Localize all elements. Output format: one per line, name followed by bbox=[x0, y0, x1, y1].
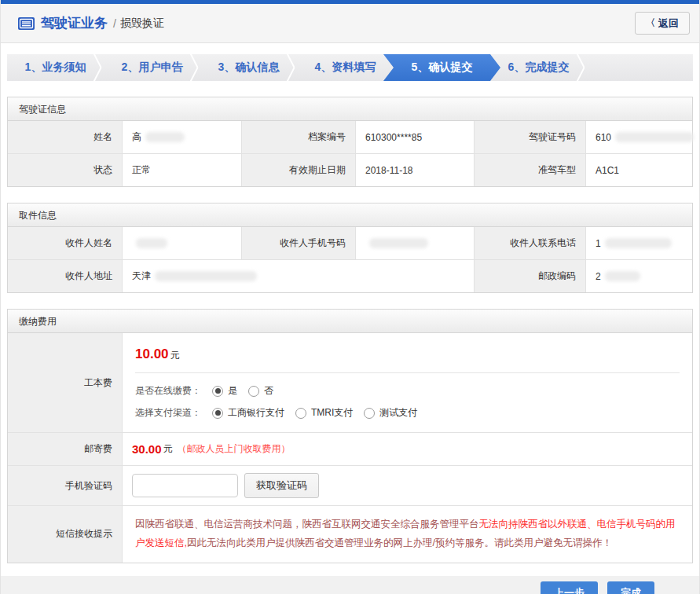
radio-online-yes-label: 是 bbox=[228, 384, 237, 398]
recipient-phone-label: 收件人联系电话 bbox=[474, 227, 586, 259]
redaction-blur bbox=[605, 238, 672, 248]
license-panel-title: 驾驶证信息 bbox=[8, 97, 692, 121]
step-separator-icon bbox=[284, 54, 295, 81]
page: 驾驶证业务 / 损毁换证 〈 返回 1、业务须知 2、用户申告 3、确认信息 4… bbox=[0, 0, 700, 594]
recipient-name-label: 收件人姓名 bbox=[8, 227, 123, 259]
vehicle-class-value: A1C1 bbox=[586, 154, 692, 186]
recipient-address-value: 天津 bbox=[123, 260, 474, 292]
get-code-button[interactable]: 获取验证码 bbox=[244, 473, 319, 498]
payment-panel-title: 缴纳费用 bbox=[8, 310, 692, 333]
card-fee-amount: 10.00元 bbox=[135, 343, 680, 372]
redaction-blur bbox=[615, 132, 694, 142]
mail-fee-price: 30.00 bbox=[132, 442, 162, 456]
table-row: 收件人姓名 收件人手机号码 收件人联系电话 1 bbox=[8, 227, 692, 259]
step-4-label: 4、资料填写 bbox=[315, 60, 376, 75]
step-4[interactable]: 4、资料填写 bbox=[297, 54, 394, 81]
radio-online-no-label: 否 bbox=[264, 384, 273, 398]
table-row: 收件人地址 天津 邮政编码 2 bbox=[8, 259, 692, 292]
license-info-panel: 驾驶证信息 姓名 高 档案编号 610300****85 驾驶证号码 610 状… bbox=[7, 97, 693, 187]
mail-fee-note: （邮政人员上门收取费用） bbox=[178, 442, 291, 456]
captcha-label: 手机验证码 bbox=[8, 466, 123, 505]
mail-fee-unit: 元 bbox=[163, 442, 173, 456]
previous-step-button[interactable]: 上一步 bbox=[541, 581, 598, 594]
card-fee-row: 工本费 10.00元 是否在线缴费： 是 否 选择支付渠道： 工商银行支付 bbox=[8, 333, 692, 432]
name-label: 姓名 bbox=[8, 121, 123, 153]
finish-button[interactable]: 完成 bbox=[607, 581, 654, 594]
mail-fee-content: 30.00元 （邮政人员上门收取费用） bbox=[123, 433, 692, 465]
status-label: 状态 bbox=[8, 154, 123, 186]
radio-channel-icbc-label: 工商银行支付 bbox=[228, 406, 284, 420]
step-2[interactable]: 2、用户申告 bbox=[104, 54, 200, 81]
card-fee-content: 10.00元 是否在线缴费： 是 否 选择支付渠道： 工商银行支付 TMRI支付 bbox=[123, 333, 692, 432]
pickup-info-panel: 取件信息 收件人姓名 收件人手机号码 收件人联系电话 1 收件人地址 天津 邮政… bbox=[7, 203, 693, 293]
expiry-date-label: 有效期止日期 bbox=[241, 154, 356, 186]
footer-action-bar: 上一步 完成 bbox=[1, 576, 699, 594]
license-number-label: 驾驶证号码 bbox=[474, 121, 586, 153]
page-title: 驾驶证业务 bbox=[41, 14, 108, 32]
redaction-blur bbox=[155, 271, 257, 281]
radio-channel-tmri-label: TMRI支付 bbox=[311, 406, 353, 420]
expiry-date-value: 2018-11-18 bbox=[356, 154, 474, 186]
captcha-row: 手机验证码 获取验证码 bbox=[8, 465, 692, 505]
redaction-blur bbox=[136, 238, 167, 248]
postal-code-value: 2 bbox=[586, 260, 692, 292]
status-value: 正常 bbox=[123, 154, 241, 186]
recipient-name-value bbox=[123, 227, 241, 259]
file-number-value: 610300****85 bbox=[356, 121, 474, 153]
chevron-left-icon: 〈 bbox=[646, 16, 655, 30]
sms-notice-row: 短信接收提示 因陕西省联通、电信运营商技术问题，陕西省互联网交通安全综合服务管理… bbox=[8, 505, 692, 563]
step-6[interactable]: 6、完成提交 bbox=[490, 54, 587, 81]
sms-notice-text-1: 因陕西省联通、电信运营商技术问题，陕西省互联网交通安全综合服务管理平台 bbox=[135, 519, 479, 530]
radio-online-no[interactable] bbox=[248, 386, 259, 397]
card-fee-price: 10.00 bbox=[135, 346, 169, 361]
vehicle-class-label: 准驾车型 bbox=[474, 154, 586, 186]
step-separator-icon bbox=[188, 54, 199, 81]
card-fee-label: 工本费 bbox=[8, 333, 123, 432]
breadcrumb-current: 损毁换证 bbox=[120, 16, 164, 31]
step-5-active[interactable]: 5、确认提交 bbox=[383, 54, 500, 81]
step-5-label: 5、确认提交 bbox=[412, 60, 473, 75]
pay-channel-question: 选择支付渠道： bbox=[135, 406, 201, 420]
online-pay-question: 是否在线缴费： bbox=[135, 384, 201, 398]
recipient-mobile-label: 收件人手机号码 bbox=[241, 227, 356, 259]
pay-channel-option-line: 选择支付渠道： 工商银行支付 TMRI支付 测试支付 bbox=[135, 406, 680, 420]
license-number-value: 610 bbox=[586, 121, 700, 153]
recipient-phone-value: 1 bbox=[586, 227, 692, 259]
radio-channel-tmri[interactable] bbox=[295, 408, 306, 419]
step-3[interactable]: 3、确认信息 bbox=[200, 54, 297, 81]
license-menu-icon bbox=[18, 17, 35, 30]
step-wizard: 1、业务须知 2、用户申告 3、确认信息 4、资料填写 5、确认提交 6、完成提… bbox=[7, 54, 693, 81]
divider bbox=[135, 372, 680, 373]
mail-fee-row: 邮寄费 30.00元 （邮政人员上门收取费用） bbox=[8, 432, 692, 465]
redaction-blur bbox=[369, 238, 428, 248]
stepper-filler bbox=[587, 54, 693, 81]
sms-notice-text-3: 因此无法向此类用户提供陕西省交通管理业务的网上办理/预约等服务。请此类用户避免无… bbox=[187, 537, 612, 548]
step-6-label: 6、完成提交 bbox=[508, 60, 570, 75]
radio-channel-icbc[interactable] bbox=[212, 408, 223, 419]
redaction-blur bbox=[145, 132, 185, 142]
page-header: 驾驶证业务 / 损毁换证 〈 返回 bbox=[1, 4, 699, 43]
step-separator-icon bbox=[574, 54, 585, 81]
radio-channel-test[interactable] bbox=[364, 408, 375, 419]
recipient-address-label: 收件人地址 bbox=[8, 260, 123, 292]
sms-notice-content: 因陕西省联通、电信运营商技术问题，陕西省互联网交通安全综合服务管理平台无法向持陕… bbox=[123, 506, 692, 563]
payment-panel: 缴纳费用 工本费 10.00元 是否在线缴费： 是 否 选择支付渠道： bbox=[7, 309, 693, 563]
back-button-label: 返回 bbox=[658, 16, 679, 31]
table-row: 状态 正常 有效期止日期 2018-11-18 准驾车型 A1C1 bbox=[8, 153, 692, 186]
captcha-content: 获取验证码 bbox=[123, 466, 692, 505]
postal-code-label: 邮政编码 bbox=[474, 260, 586, 292]
recipient-mobile-value bbox=[356, 227, 474, 259]
file-number-label: 档案编号 bbox=[241, 121, 356, 153]
step-2-label: 2、用户申告 bbox=[122, 60, 183, 75]
radio-channel-test-label: 测试支付 bbox=[379, 406, 417, 420]
radio-online-yes[interactable] bbox=[212, 386, 223, 397]
step-1[interactable]: 1、业务须知 bbox=[7, 54, 104, 81]
online-pay-option-line: 是否在线缴费： 是 否 bbox=[135, 384, 680, 398]
step-separator-icon bbox=[91, 54, 102, 81]
table-row: 姓名 高 档案编号 610300****85 驾驶证号码 610 bbox=[8, 121, 692, 153]
breadcrumb-separator: / bbox=[113, 17, 116, 30]
captcha-input[interactable] bbox=[132, 474, 238, 497]
back-button[interactable]: 〈 返回 bbox=[635, 12, 690, 35]
mail-fee-label: 邮寄费 bbox=[8, 433, 123, 465]
pickup-panel-title: 取件信息 bbox=[8, 204, 692, 227]
